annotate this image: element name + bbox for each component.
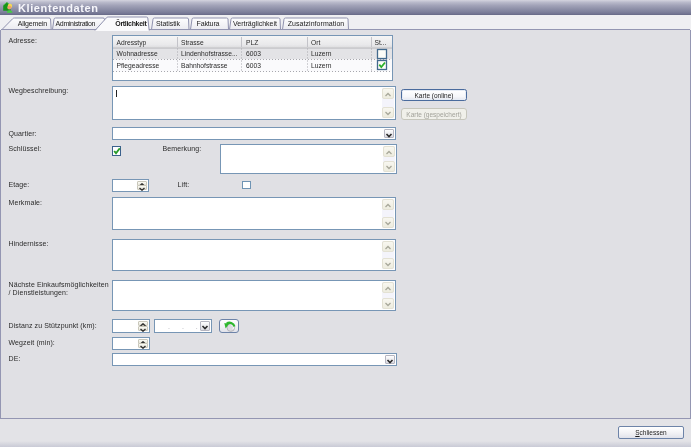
- svg-text:Luzern: Luzern: [311, 50, 332, 57]
- svg-text:Örtlichkeit: Örtlichkeit: [115, 19, 147, 27]
- svg-text:PLZ: PLZ: [246, 39, 258, 46]
- svg-text:Bahnhofstrasse: Bahnhofstrasse: [181, 62, 228, 69]
- svg-text:Faktura: Faktura: [197, 20, 220, 27]
- svg-text:Strasse: Strasse: [181, 39, 204, 46]
- svg-text:6003: 6003: [246, 50, 261, 57]
- svg-text:Luzern: Luzern: [311, 62, 332, 69]
- svg-text:6003: 6003: [246, 62, 261, 69]
- svg-text:Verträglichkeit: Verträglichkeit: [233, 20, 277, 28]
- svg-text:Administration: Administration: [56, 20, 96, 27]
- svg-text:Zusatzinformation: Zusatzinformation: [288, 20, 345, 27]
- svg-text:Allgemein: Allgemein: [18, 20, 48, 28]
- svg-text:Ort: Ort: [311, 39, 320, 46]
- svg-text:Wohnadresse: Wohnadresse: [117, 50, 158, 57]
- svg-text:Lindenhofstrasse...: Lindenhofstrasse...: [181, 50, 238, 57]
- svg-text:Pflegeadresse: Pflegeadresse: [117, 62, 160, 70]
- svg-text:St...: St...: [375, 39, 387, 46]
- svg-text:Adresstyp: Adresstyp: [117, 39, 147, 47]
- svg-text:Statistik: Statistik: [156, 20, 181, 27]
